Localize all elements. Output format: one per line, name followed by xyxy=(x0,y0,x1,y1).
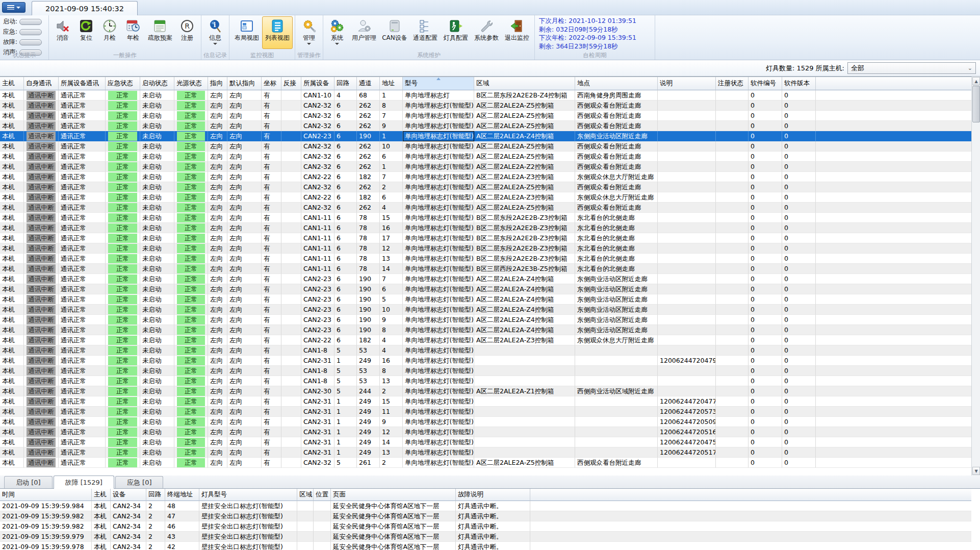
table-row[interactable]: 本机通讯中断通讯正常正常未启动正常左向左向有CAN1-1167816单向地埋标志… xyxy=(0,223,971,233)
table-row[interactable]: 本机通讯中断通讯正常正常未启动正常左向左向有CAN2-2361907单向地埋标志… xyxy=(0,274,971,284)
column-header[interactable]: 应急状态 xyxy=(106,77,140,90)
vertical-scrollbar[interactable]: ▲ ▼ xyxy=(971,77,980,476)
column-header[interactable]: 设备 xyxy=(111,489,146,501)
table-row[interactable]: 本机通讯中断通讯正常正常未启动正常左向左向有CAN1-85538单向地埋标志灯(… xyxy=(0,366,971,376)
column-header[interactable]: 通道 xyxy=(357,77,380,90)
tab-start[interactable]: 启动 [0] xyxy=(4,476,53,488)
column-header[interactable]: 型号 xyxy=(403,77,474,90)
table-row[interactable]: 本机通讯中断通讯正常正常未启动正常左向左向有CAN1-1167815单向地埋标志… xyxy=(0,213,971,223)
annual-check-button[interactable]: 年检 xyxy=(121,16,145,49)
can-device-button[interactable]: CAN设备 xyxy=(379,16,410,49)
scroll-down-button[interactable]: ▼ xyxy=(972,467,980,475)
table-row[interactable]: 本机通讯中断通讯正常正常未启动正常左向左向有CAN2-2261824单向地埋标志… xyxy=(0,335,971,345)
table-row[interactable]: 本机通讯中断通讯正常正常未启动正常左向左向有CAN2-3262628单向地埋标志… xyxy=(0,101,971,111)
tab-fault[interactable]: 故障 [1529] xyxy=(54,476,114,489)
table-row[interactable]: 本机通讯中断通讯正常正常未启动正常左向左向有CAN1-1167813单向地埋标志… xyxy=(0,254,971,264)
system-gears-button[interactable]: 系统 xyxy=(325,16,349,49)
table-row[interactable]: 本机通讯中断通讯正常正常未启动正常左向左向有CAN2-3252612单向地埋标志… xyxy=(0,458,971,468)
column-header[interactable]: 说明 xyxy=(658,77,716,90)
table-row[interactable]: 本机通讯中断通讯正常正常未启动正常左向左向有CAN2-3262621单向地埋标志… xyxy=(0,162,971,172)
evacuation-plan-button[interactable]: 疏散预案 xyxy=(145,16,175,49)
table-row[interactable]: 本机通讯中断通讯正常正常未启动正常左向左向有CAN1-85534单向地埋标志灯(… xyxy=(0,345,971,356)
column-header[interactable]: 所属设备通讯 xyxy=(59,77,106,90)
table-row[interactable]: 本机通讯中断通讯正常正常未启动正常左向左向有CAN2-3262622单向地埋标志… xyxy=(0,182,971,192)
timestamp-tab[interactable]: 2021-09-09 15:40:32 xyxy=(32,1,138,15)
table-row-selected[interactable]: 本机通讯中断通讯正常正常未启动正常左向左向有CAN2-2361901单向地埋标志… xyxy=(0,131,971,141)
layout-view-button[interactable]: 布局视图 xyxy=(231,16,262,49)
channel-config-button[interactable]: 通道配置 xyxy=(410,16,441,49)
column-header[interactable]: 区域 xyxy=(297,489,314,501)
tab-emergency[interactable]: 应急 [0] xyxy=(115,476,164,488)
table-row[interactable]: 本机通讯中断通讯正常正常未启动正常左向左向有CAN2-2361908单向地埋标志… xyxy=(0,325,971,335)
column-header[interactable]: 时间 xyxy=(0,489,92,501)
system-params-button[interactable]: 系统参数 xyxy=(471,16,502,49)
table-row[interactable]: 本机通讯中断通讯正常正常未启动正常左向左向有CAN1-1167817单向地埋标志… xyxy=(0,233,971,243)
table-row[interactable]: 本机通讯中断通讯正常正常未启动正常左向左向有CAN2-2361909单向地埋标志… xyxy=(0,315,971,325)
info-button[interactable]: i信息 xyxy=(203,16,227,49)
column-header[interactable]: 回路 xyxy=(146,489,165,501)
column-header[interactable]: 默认指向 xyxy=(227,77,262,90)
table-row[interactable]: 本机通讯中断通讯正常正常未启动正常左向左向有CAN2-23619010单向地埋标… xyxy=(0,305,971,315)
table-row[interactable]: 本机通讯中断通讯正常正常未启动正常左向左向有CAN1-855313单向地埋标志灯… xyxy=(0,376,971,386)
column-header[interactable]: 地点 xyxy=(575,77,658,90)
column-header[interactable]: 回路 xyxy=(334,77,357,90)
fault-row[interactable]: 2021-09-09 15:39:59.982本机CAN2-34247壁挂安全出… xyxy=(0,511,971,521)
column-header[interactable]: 页面 xyxy=(331,489,456,501)
table-row[interactable]: 本机通讯中断通讯正常正常未启动正常左向左向有CAN2-31124911单向地埋标… xyxy=(0,407,971,417)
table-row[interactable]: 本机通讯中断通讯正常正常未启动正常左向左向有CAN1-104681单向地埋标志灯… xyxy=(0,90,971,101)
column-header[interactable]: 注册状态 xyxy=(716,77,749,90)
table-row[interactable]: 本机通讯中断通讯正常正常未启动正常左向左向有CAN2-2261826单向地埋标志… xyxy=(0,192,971,203)
table-row[interactable]: 本机通讯中断通讯正常正常未启动正常左向左向有CAN2-31124915单向地埋标… xyxy=(0,396,971,407)
host-select[interactable]: 全部 ⌄ xyxy=(847,62,976,74)
column-header[interactable]: 区域 xyxy=(474,77,575,90)
table-row[interactable]: 本机通讯中断通讯正常正常未启动正常左向左向有CAN2-31124916单向地埋标… xyxy=(0,356,971,366)
column-header[interactable]: 软件编号 xyxy=(749,77,782,90)
column-header[interactable]: 坐标 xyxy=(262,77,281,90)
table-row[interactable]: 本机通讯中断通讯正常正常未启动正常左向左向有CAN2-2361906单向地埋标志… xyxy=(0,284,971,294)
table-row[interactable]: 本机通讯中断通讯正常正常未启动正常左向左向有CAN2-3262627单向地埋标志… xyxy=(0,111,971,121)
fault-row[interactable]: 2021-09-09 15:39:59.978本机CAN2-34242壁挂安全出… xyxy=(0,542,971,550)
table-row[interactable]: 本机通讯中断通讯正常正常未启动正常左向左向有CAN2-31124913单向地埋标… xyxy=(0,447,971,458)
scrollbar-thumb[interactable] xyxy=(972,86,980,122)
table-row[interactable]: 本机通讯中断通讯正常正常未启动正常左向左向有CAN2-31124912单向地埋标… xyxy=(0,427,971,437)
table-row[interactable]: 本机通讯中断通讯正常正常未启动正常左向左向有CAN2-3052442单向地埋标志… xyxy=(0,386,971,396)
mute-button[interactable]: 消音 xyxy=(51,16,74,49)
registered-button[interactable]: R注册 xyxy=(175,16,199,49)
column-header[interactable]: 软件版本 xyxy=(782,77,816,90)
fault-row[interactable]: 2021-09-09 15:39:59.984本机CAN2-34248壁挂安全出… xyxy=(0,501,971,511)
column-header[interactable]: 所属设备 xyxy=(301,77,334,90)
manage-button[interactable]: 管理 xyxy=(297,16,321,49)
scroll-up-button[interactable]: ▲ xyxy=(972,77,980,85)
exit-monitor-button[interactable]: 退出监控 xyxy=(502,16,532,49)
table-row[interactable]: 本机通讯中断通讯正常正常未启动正常左向左向有CAN2-3112499单向地埋标志… xyxy=(0,417,971,427)
column-header[interactable]: 主机 xyxy=(92,489,111,501)
table-row[interactable]: 本机通讯中断通讯正常正常未启动正常左向左向有CAN2-2361905单向地埋标志… xyxy=(0,294,971,305)
column-header[interactable]: 自身通讯 xyxy=(24,77,59,90)
table-row[interactable]: 本机通讯中断通讯正常正常未启动正常左向左向有CAN1-1167812单向地埋标志… xyxy=(0,243,971,254)
lamp-config-button[interactable]: 灯具配置 xyxy=(441,16,471,49)
table-row[interactable]: 本机通讯中断通讯正常正常未启动正常左向左向有CAN2-2261827单向地埋标志… xyxy=(0,172,971,182)
column-header[interactable]: 故障说明 xyxy=(456,489,530,501)
table-row[interactable]: 本机通讯中断通讯正常正常未启动正常左向左向有CAN2-3262626单向地埋标志… xyxy=(0,152,971,162)
table-row[interactable]: 本机通讯中断通讯正常正常未启动正常左向左向有CAN2-3262629单向地埋标志… xyxy=(0,121,971,131)
column-header[interactable]: 光源状态 xyxy=(174,77,208,90)
fault-row[interactable]: 2021-09-09 15:39:59.979本机CAN2-34243壁挂安全出… xyxy=(0,532,971,542)
column-header[interactable]: 启动状态 xyxy=(140,77,174,90)
table-row[interactable]: 本机通讯中断通讯正常正常未启动正常左向左向有CAN2-32626210单向地埋标… xyxy=(0,141,971,152)
column-header[interactable]: 地址 xyxy=(380,77,403,90)
table-row[interactable]: 本机通讯中断通讯正常正常未启动正常左向左向有CAN2-31124914单向地埋标… xyxy=(0,437,971,447)
table-row[interactable]: 本机通讯中断通讯正常正常未启动正常左向左向有CAN1-1167814单向地埋标志… xyxy=(0,264,971,274)
list-view-button[interactable]: 列表视图 xyxy=(262,16,293,49)
column-header[interactable]: 主机 xyxy=(0,77,24,90)
column-header[interactable]: 灯具型号 xyxy=(199,489,297,501)
column-header[interactable]: 终端地址 xyxy=(165,489,199,501)
column-header[interactable]: 位置 xyxy=(314,489,331,501)
monthly-check-button[interactable]: 月检 xyxy=(98,16,121,49)
table-row[interactable]: 本机通讯中断通讯正常正常未启动正常左向左向有CAN2-3262624单向地埋标志… xyxy=(0,203,971,213)
column-header[interactable]: 反接 xyxy=(281,77,301,90)
column-header[interactable]: 指向 xyxy=(208,77,227,90)
reset-button[interactable]: 复位 xyxy=(74,16,98,49)
app-menu-button[interactable] xyxy=(2,2,25,13)
fault-row[interactable]: 2021-09-09 15:39:59.982本机CAN2-34246壁挂安全出… xyxy=(0,521,971,532)
user-manage-button[interactable]: 用户管理 xyxy=(349,16,379,49)
